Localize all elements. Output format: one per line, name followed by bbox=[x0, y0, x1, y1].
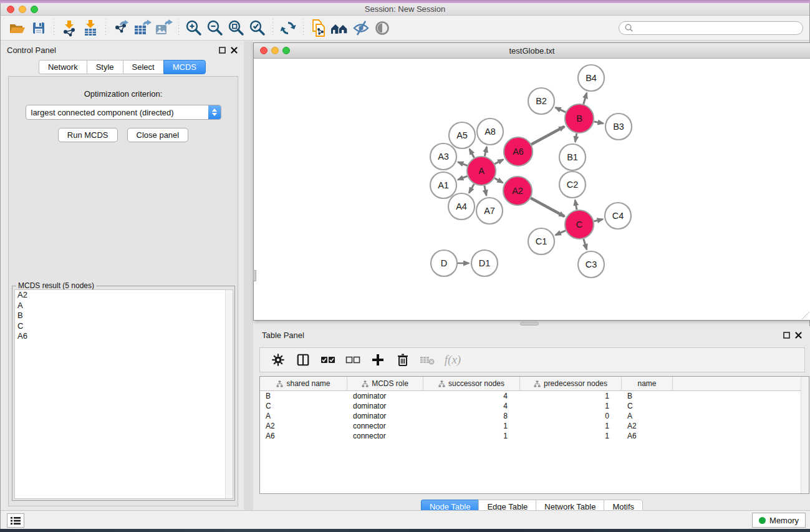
network-zoom-button[interactable] bbox=[282, 47, 290, 54]
graph-edge-B-B4[interactable] bbox=[584, 93, 587, 104]
graph-node-A4[interactable]: A4 bbox=[448, 193, 475, 220]
graph-node-B2[interactable]: B2 bbox=[528, 88, 554, 114]
export-table-icon[interactable] bbox=[132, 18, 153, 38]
graph-node-A1[interactable]: A1 bbox=[430, 172, 456, 198]
graph-node-A5[interactable]: A5 bbox=[449, 122, 475, 148]
add-column-icon[interactable] bbox=[370, 350, 386, 370]
tab-select[interactable]: Select bbox=[123, 60, 163, 74]
column-header-predecessor-nodes[interactable]: predecessor nodes bbox=[520, 377, 622, 390]
zoom-window-button[interactable] bbox=[31, 6, 38, 13]
graph-node-C[interactable]: C bbox=[565, 210, 594, 239]
export-image-icon[interactable] bbox=[153, 18, 174, 38]
graph-node-A7[interactable]: A7 bbox=[476, 198, 503, 224]
run-mcds-button[interactable]: Run MCDS bbox=[58, 128, 118, 142]
zoom-in-icon[interactable] bbox=[183, 18, 205, 38]
minimize-window-button[interactable] bbox=[19, 6, 26, 13]
column-header-name[interactable]: name bbox=[622, 377, 673, 390]
graph-edge-A-A1[interactable] bbox=[458, 176, 467, 180]
graph-node-A3[interactable]: A3 bbox=[430, 143, 456, 170]
graph-edge-A2-C[interactable] bbox=[531, 198, 564, 216]
graph-node-B1[interactable]: B1 bbox=[559, 144, 586, 170]
splitter-grip[interactable] bbox=[253, 270, 256, 281]
zoom-selected-icon[interactable] bbox=[247, 18, 268, 38]
first-neighbors-icon[interactable] bbox=[329, 18, 350, 38]
column-header-successor-nodes[interactable]: successor nodes bbox=[423, 377, 520, 390]
table-row-A6[interactable]: A6connector11A6 bbox=[260, 431, 809, 441]
graph-edge-A-A5[interactable] bbox=[470, 149, 475, 158]
close-window-button[interactable] bbox=[7, 6, 14, 13]
graph-edge-B-B2[interactable] bbox=[556, 107, 566, 112]
deselect-all-icon[interactable] bbox=[345, 350, 361, 370]
settings-gear-icon[interactable] bbox=[270, 350, 286, 370]
horizontal-splitter-handle[interactable] bbox=[520, 322, 539, 326]
graph-edge-A-A4[interactable] bbox=[469, 184, 474, 193]
graph-edge-A6-B[interactable] bbox=[531, 127, 564, 145]
tab-network[interactable]: Network bbox=[39, 60, 87, 74]
duplicate-network-icon[interactable] bbox=[308, 18, 329, 38]
delete-table-icon[interactable] bbox=[420, 350, 436, 370]
network-minimize-button[interactable] bbox=[271, 47, 279, 54]
graph-node-D[interactable]: D bbox=[431, 250, 457, 276]
mcds-result-list[interactable]: A2ABCA6 bbox=[14, 289, 233, 499]
task-history-button[interactable] bbox=[7, 513, 24, 528]
import-network-icon[interactable] bbox=[59, 18, 80, 38]
graph-node-A[interactable]: A bbox=[467, 157, 496, 185]
close-panel-icon[interactable] bbox=[231, 47, 238, 54]
apply-preferred-layout-icon[interactable] bbox=[277, 18, 299, 38]
float-panel-icon[interactable] bbox=[219, 47, 226, 54]
table-row-A2[interactable]: A2connector11A2 bbox=[260, 421, 809, 431]
graph-node-A2[interactable]: A2 bbox=[503, 177, 532, 205]
table-row-C[interactable]: Cdominator41C bbox=[260, 401, 809, 411]
graph-node-A8[interactable]: A8 bbox=[477, 118, 503, 145]
birds-eye-view-icon[interactable] bbox=[372, 18, 393, 38]
optimization-select[interactable]: largest connected component (directed) bbox=[26, 105, 221, 120]
search-input[interactable] bbox=[634, 24, 798, 32]
window-resize-grip[interactable] bbox=[802, 312, 809, 319]
graph-node-D1[interactable]: D1 bbox=[471, 250, 498, 276]
graph-node-C3[interactable]: C3 bbox=[578, 251, 604, 278]
graph-node-B4[interactable]: B4 bbox=[578, 65, 604, 91]
zoom-out-icon[interactable] bbox=[205, 18, 226, 38]
graph-edge-A-A6[interactable] bbox=[494, 160, 503, 164]
mcds-result-item[interactable]: A2 bbox=[15, 290, 233, 301]
mcds-result-item[interactable]: A6 bbox=[15, 331, 233, 342]
close-table-panel-icon[interactable] bbox=[795, 332, 802, 339]
tab-mcds[interactable]: MCDS bbox=[163, 60, 206, 74]
table-scrollbar[interactable] bbox=[801, 377, 809, 493]
graph-edge-C-C3[interactable] bbox=[584, 239, 587, 249]
close-panel-button[interactable]: Close panel bbox=[127, 128, 189, 142]
graph-edge-A-A8[interactable] bbox=[485, 147, 486, 156]
search-field[interactable] bbox=[619, 21, 803, 35]
graph-edge-C-C2[interactable] bbox=[575, 200, 577, 210]
network-canvas[interactable]: B4B2BB3A8A5A6A3B1AC2A1A2A4A7C4CC1C3DD1 bbox=[254, 59, 810, 320]
hide-graphics-details-icon[interactable] bbox=[350, 18, 372, 38]
table-row-B[interactable]: Bdominator41B bbox=[260, 391, 809, 401]
graph-edge-A-A3[interactable] bbox=[458, 162, 467, 166]
function-builder-icon[interactable]: f(x) bbox=[445, 350, 461, 370]
graph-edge-A-A7[interactable] bbox=[485, 186, 486, 196]
graph-node-C1[interactable]: C1 bbox=[528, 228, 554, 254]
zoom-fit-icon[interactable] bbox=[226, 18, 247, 38]
network-window-titlebar[interactable]: testGlobe.txt bbox=[254, 43, 810, 59]
save-session-icon[interactable] bbox=[28, 18, 49, 38]
table-row-A[interactable]: Adominator80A bbox=[260, 411, 809, 421]
graph-edge-A-A2[interactable] bbox=[494, 178, 503, 183]
graph-edge-B-B1[interactable] bbox=[575, 133, 576, 142]
column-header-MCDS-role[interactable]: MCDS role bbox=[347, 377, 423, 390]
mcds-result-item[interactable]: B bbox=[15, 311, 233, 321]
open-session-icon[interactable] bbox=[7, 18, 28, 38]
tab-style[interactable]: Style bbox=[87, 60, 123, 74]
network-close-button[interactable] bbox=[260, 47, 268, 54]
graph-node-B[interactable]: B bbox=[565, 104, 594, 133]
vertical-splitter[interactable] bbox=[244, 41, 253, 513]
mcds-result-item[interactable]: C bbox=[15, 321, 233, 332]
delete-columns-icon[interactable] bbox=[395, 350, 411, 370]
mcds-result-item[interactable]: A bbox=[15, 301, 233, 311]
graph-edge-C-C1[interactable] bbox=[556, 231, 566, 235]
graph-node-B3[interactable]: B3 bbox=[605, 114, 632, 140]
memory-button[interactable]: Memory bbox=[752, 513, 806, 528]
graph-edge-B-B3[interactable] bbox=[594, 122, 604, 123]
import-table-icon[interactable] bbox=[80, 18, 101, 38]
export-network-icon[interactable] bbox=[110, 18, 132, 38]
result-list-scrollbar[interactable] bbox=[225, 290, 233, 498]
